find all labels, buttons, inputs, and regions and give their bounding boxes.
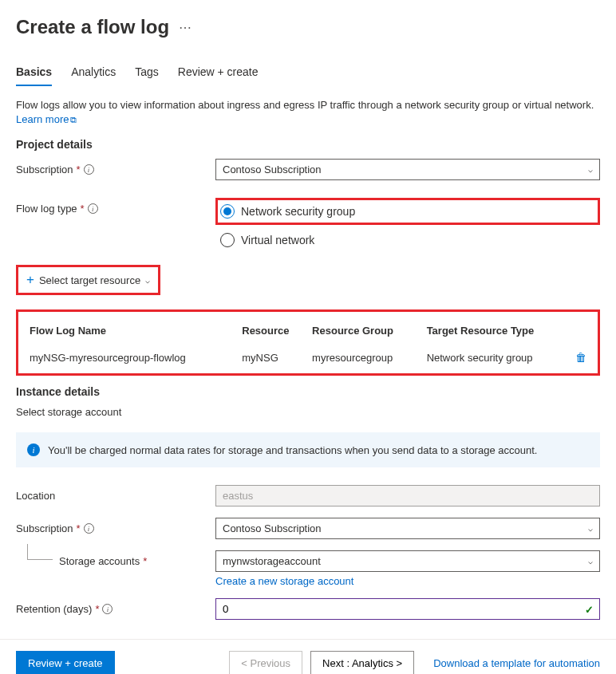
tab-basics[interactable]: Basics xyxy=(16,65,52,86)
chevron-down-icon: ⌵ xyxy=(145,276,150,285)
radio-vnet-label: Virtual network xyxy=(241,234,314,246)
info-icon[interactable]: i xyxy=(84,523,94,534)
subscription-label: Subscription xyxy=(16,164,73,175)
page-title: Create a flow log xyxy=(16,16,169,38)
storage-subscription-value: Contoso Subscription xyxy=(223,522,322,534)
intro-text: Flow logs allow you to view information … xyxy=(16,98,600,127)
wizard-footer: Review + create < Previous Next : Analyt… xyxy=(0,639,616,674)
required-marker: * xyxy=(95,603,99,615)
valid-check-icon: ✓ xyxy=(585,603,594,615)
storage-charge-banner: i You'll be charged normal data rates fo… xyxy=(16,432,600,467)
required-marker: * xyxy=(81,203,85,215)
plus-icon: + xyxy=(26,272,34,288)
info-icon[interactable]: i xyxy=(84,164,94,175)
retention-field: Retention (days) * i ✓ xyxy=(16,598,600,620)
col-resource: Resource xyxy=(239,320,309,346)
info-icon[interactable]: i xyxy=(102,604,113,614)
subscription-value: Contoso Subscription xyxy=(223,164,322,175)
cell-flow-log-name: myNSG-myresourcegroup-flowlog xyxy=(26,346,239,369)
retention-label: Retention (days) xyxy=(16,603,92,615)
storage-subscription-select[interactable]: Contoso Subscription ⌵ xyxy=(215,518,600,539)
location-field: Location eastus xyxy=(16,485,600,506)
radio-unselected-icon xyxy=(220,233,235,247)
required-marker: * xyxy=(143,555,147,567)
col-resource-group: Resource Group xyxy=(309,320,424,346)
table-header-row: Flow Log Name Resource Resource Group Ta… xyxy=(26,320,590,346)
col-target-type: Target Resource Type xyxy=(424,320,572,346)
location-label: Location xyxy=(16,490,55,502)
retention-input[interactable] xyxy=(215,598,600,620)
previous-button: < Previous xyxy=(229,651,302,674)
storage-accounts-select[interactable]: mynwstorageaccount ⌵ xyxy=(215,550,600,572)
delete-icon[interactable]: 🗑 xyxy=(575,351,586,364)
tab-bar: Basics Analytics Tags Review + create xyxy=(16,65,600,87)
cell-target-type: Network security group xyxy=(424,346,572,369)
chevron-down-icon: ⌵ xyxy=(588,165,593,174)
page-header: Create a flow log ⋯ xyxy=(16,16,600,38)
intro-description: Flow logs allow you to view information … xyxy=(16,99,594,111)
flow-log-type-label: Flow log type xyxy=(16,203,77,215)
flow-log-type-field: Flow log type * i Network security group… xyxy=(16,198,600,249)
info-filled-icon: i xyxy=(27,443,40,456)
radio-virtual-network[interactable]: Virtual network xyxy=(215,231,600,249)
subscription-select[interactable]: Contoso Subscription ⌵ xyxy=(215,159,600,180)
chevron-down-icon: ⌵ xyxy=(588,557,593,566)
indent-connector xyxy=(27,544,53,560)
select-target-resource-button[interactable]: + Select target resource ⌵ xyxy=(16,265,160,295)
download-template-link[interactable]: Download a template for automation xyxy=(433,657,600,669)
subscription-field: Subscription * i Contoso Subscription ⌵ xyxy=(16,159,600,180)
tab-tags[interactable]: Tags xyxy=(135,65,159,86)
instance-details-heading: Instance details xyxy=(16,385,600,398)
chevron-down-icon: ⌵ xyxy=(588,524,593,533)
tab-review-create[interactable]: Review + create xyxy=(178,65,259,86)
storage-subscription-field: Subscription * i Contoso Subscription ⌵ xyxy=(16,518,600,539)
learn-more-link[interactable]: Learn more⧉ xyxy=(16,113,77,125)
more-actions-icon[interactable]: ⋯ xyxy=(179,20,192,35)
table-row: myNSG-myresourcegroup-flowlog myNSG myre… xyxy=(26,346,590,369)
create-new-storage-link[interactable]: Create a new storage account xyxy=(215,575,353,587)
radio-network-security-group[interactable]: Network security group xyxy=(220,203,355,220)
cell-resource-group: myresourcegroup xyxy=(309,346,424,369)
required-marker: * xyxy=(77,164,81,175)
banner-text: You'll be charged normal data rates for … xyxy=(48,444,537,456)
cell-resource: myNSG xyxy=(239,346,309,369)
storage-accounts-label: Storage accounts xyxy=(59,555,140,567)
tab-analytics[interactable]: Analytics xyxy=(71,65,116,86)
location-input: eastus xyxy=(215,485,600,506)
target-resource-table: Flow Log Name Resource Resource Group Ta… xyxy=(16,309,600,376)
subscription-label-2: Subscription xyxy=(16,522,73,534)
col-flow-log-name: Flow Log Name xyxy=(26,320,239,346)
project-details-heading: Project details xyxy=(16,138,600,151)
radio-selected-icon xyxy=(220,204,235,219)
required-marker: * xyxy=(77,522,81,534)
radio-nsg-label: Network security group xyxy=(241,205,355,218)
select-target-label: Select target resource xyxy=(39,274,140,286)
external-link-icon: ⧉ xyxy=(70,115,77,124)
storage-account-value: mynwstorageaccount xyxy=(223,555,321,567)
storage-accounts-field: Storage accounts * mynwstorageaccount ⌵ … xyxy=(16,550,600,587)
next-button[interactable]: Next : Analytics > xyxy=(310,651,414,674)
review-create-button[interactable]: Review + create xyxy=(16,651,115,674)
select-storage-text: Select storage account xyxy=(16,406,600,418)
info-icon[interactable]: i xyxy=(88,203,98,214)
